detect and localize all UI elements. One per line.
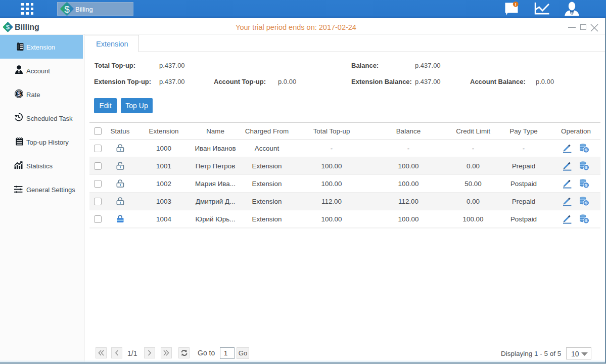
svg-text:$: $ — [64, 4, 70, 15]
svg-text:$: $ — [17, 90, 21, 98]
svg-text:!: ! — [515, 2, 517, 7]
